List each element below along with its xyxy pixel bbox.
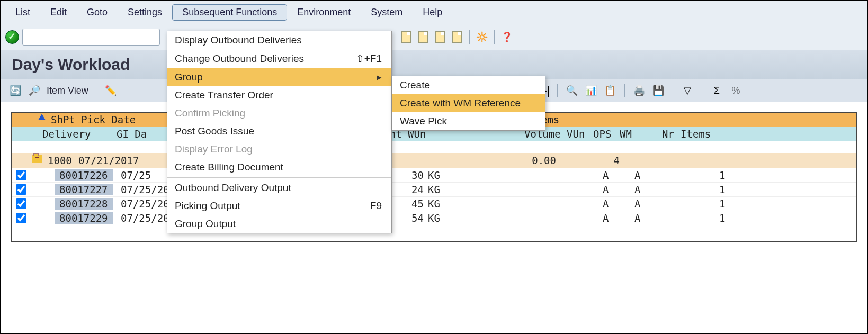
table-row[interactable]: 80017228 07/25/2017 2 R00020 45 KG A A 1 (12, 197, 856, 211)
enter-icon[interactable] (5, 30, 19, 44)
hdr-wm[interactable]: WM (618, 128, 660, 140)
command-field[interactable] (22, 29, 160, 46)
hdr-vun[interactable]: VUn (565, 128, 591, 140)
dd-outbound-delivery-output[interactable]: Outbound Delivery Output (167, 179, 391, 197)
dd-label: Outbound Delivery Output (175, 182, 291, 194)
folder-collapse-icon[interactable] (32, 155, 42, 163)
cell-wun: KG (426, 169, 601, 181)
dd-separator (167, 177, 391, 178)
item-view-button[interactable]: Item View (47, 85, 88, 96)
dd-label: Create Billing Document (175, 161, 283, 173)
cell-delivery: 80017228 (55, 198, 113, 210)
table-row[interactable]: 80017229 07/25/2017 2 R00020 54 KG A A 1 (12, 211, 856, 225)
dd-group-output[interactable]: Group Output (167, 215, 391, 233)
separator (557, 84, 558, 97)
cell-ops: A (601, 169, 632, 181)
list-icon[interactable]: 📋 (603, 84, 617, 97)
help-icon[interactable]: ❓ (500, 30, 514, 44)
menu-settings[interactable]: Settings (118, 4, 172, 21)
separator (96, 84, 96, 97)
cell-ops: A (601, 212, 632, 224)
sort-icon[interactable] (38, 114, 46, 120)
page-up-icon[interactable] (416, 30, 430, 44)
dd-label: Wave Pick (400, 115, 447, 127)
dd-post-goods-issue[interactable]: Post Goods Issue (167, 122, 391, 140)
sum-icon[interactable]: Σ (710, 84, 723, 97)
row-checkbox[interactable] (16, 198, 26, 209)
filter-icon[interactable]: ▽ (681, 84, 694, 97)
dd-label: Picking Output (175, 200, 240, 212)
row-checkbox[interactable] (16, 170, 26, 180)
dropdown-group-submenu: Create Create with WM Reference Wave Pic… (392, 76, 545, 131)
dd-display-outbound[interactable]: Display Outbound Deliveries (167, 31, 391, 49)
page-last-icon[interactable] (450, 30, 464, 44)
dd-shortcut: F9 (370, 200, 382, 212)
page-title: Day's Workload (1, 50, 867, 79)
dd-label: Create with WM Reference (400, 97, 521, 109)
summary-shpt: 1000 (46, 155, 76, 166)
dd-label: Confirm Picking (175, 107, 245, 119)
menu-environment[interactable]: Environment (287, 4, 361, 21)
refresh-icon[interactable]: 🔄 (8, 84, 22, 97)
cell-wm: A (632, 169, 717, 181)
page-next-icon[interactable] (433, 30, 447, 44)
dd-create-billing[interactable]: Create Billing Document (167, 158, 391, 176)
cell-delivery: 80017226 (55, 169, 113, 181)
menu-goto[interactable]: Goto (77, 4, 118, 21)
menu-help[interactable]: Help (413, 4, 452, 21)
menubar: List Edit Goto Settings Subsequent Funct… (1, 1, 867, 24)
separator (673, 84, 673, 97)
export-icon[interactable]: 💾 (651, 84, 665, 97)
print-icon[interactable]: 🖨️ (632, 84, 646, 97)
hdr-items[interactable]: Items (678, 128, 713, 140)
cell-delivery: 80017229 (55, 212, 113, 224)
cell-wun: KG (426, 184, 601, 195)
dd-sub-create[interactable]: Create (392, 76, 545, 94)
layout-icon[interactable]: 🔆 (475, 30, 489, 44)
dd-shortcut: ⇧+F1 (356, 52, 382, 65)
dd-display-error-log: Display Error Log (167, 140, 391, 158)
dd-label: Display Outbound Deliveries (175, 34, 302, 46)
cell-items: 1 (717, 212, 727, 224)
details-icon[interactable]: 🔍 (565, 84, 579, 97)
dd-label: Change Outbound Deliveries (175, 53, 304, 65)
table-row[interactable]: 80017226 07/25 30 KG A A 1 (12, 168, 856, 183)
separator (624, 84, 625, 97)
summary-row[interactable]: 1000 07/21/2017 0.00 4 (12, 153, 856, 168)
pencil-icon[interactable]: ✏️ (104, 84, 118, 97)
dd-change-outbound[interactable]: Change Outbound Deliveries⇧+F1 (167, 49, 391, 68)
cell-items: 1 (717, 169, 727, 181)
dd-label: Display Error Log (175, 143, 253, 155)
cell-wun: KG (426, 212, 601, 224)
cell-wm: A (632, 184, 717, 195)
subtotal-icon[interactable]: % (729, 84, 742, 97)
separator (750, 84, 750, 97)
dd-confirm-picking: Confirm Picking (167, 104, 391, 122)
find-icon[interactable]: 🔎 (28, 84, 41, 97)
page-icon[interactable] (399, 30, 413, 44)
summary-volume: 0.00 (479, 155, 558, 166)
cell-ops: A (601, 198, 632, 210)
toolbar-separator (494, 30, 495, 44)
toolbar-separator (469, 30, 470, 44)
hdr-delivery[interactable]: Delivery (40, 128, 114, 140)
menu-system[interactable]: System (361, 4, 413, 21)
dd-create-transfer-order[interactable]: Create Transfer Order (167, 86, 391, 104)
row-checkbox[interactable] (16, 184, 26, 195)
dd-sub-wave-pick[interactable]: Wave Pick (392, 112, 545, 130)
cell-items: 1 (717, 198, 727, 210)
menu-list[interactable]: List (5, 4, 40, 21)
dd-group[interactable]: Group (167, 68, 391, 86)
table-row[interactable]: 80017227 07/25/2017 2 R00020 24 KG A A 1 (12, 183, 856, 197)
hdr-nr[interactable]: Nr (660, 128, 678, 140)
dd-picking-output[interactable]: Picking OutputF9 (167, 197, 391, 215)
menu-subsequent-functions[interactable]: Subsequent Functions (172, 4, 287, 21)
row-checkbox[interactable] (16, 213, 26, 223)
cell-wun: KG (426, 198, 601, 210)
dropdown-subsequent-functions: Display Outbound Deliveries Change Outbo… (167, 31, 392, 233)
menu-edit[interactable]: Edit (40, 4, 77, 21)
dd-label: Group (175, 71, 203, 83)
hdr-ops[interactable]: OPS (591, 128, 618, 140)
dd-sub-create-wm-ref[interactable]: Create with WM Reference (392, 94, 545, 112)
grid-icon[interactable]: 📊 (584, 84, 598, 97)
